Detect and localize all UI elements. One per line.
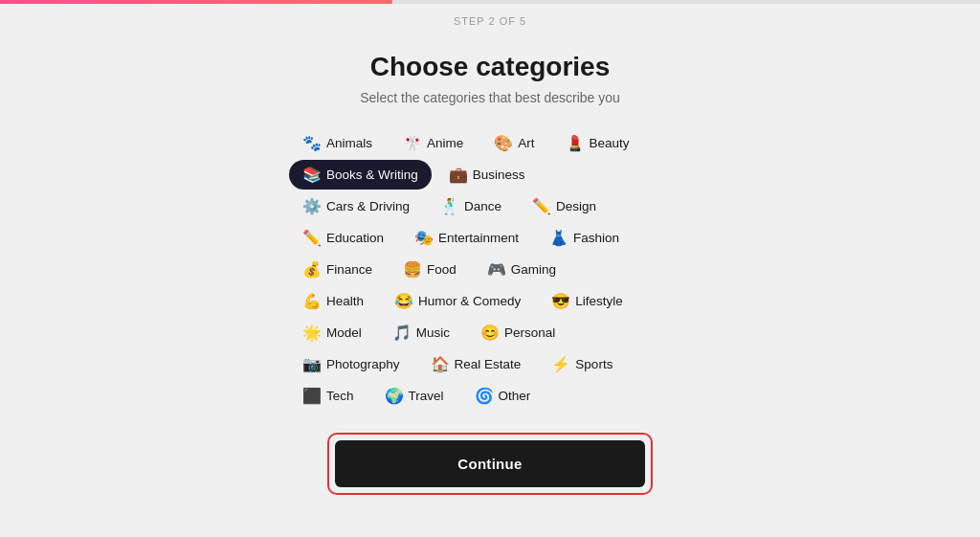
category-label-beauty: Beauty: [590, 136, 630, 150]
category-chip-art[interactable]: 🎨Art: [480, 128, 547, 158]
continue-btn-outline: Continue: [327, 433, 653, 495]
category-chip-entertainment[interactable]: 🎭Entertainment: [401, 223, 532, 253]
category-label-design: Design: [556, 199, 596, 213]
category-label-finance: Finance: [326, 262, 372, 277]
category-row-4: 💰Finance🍔Food🎮Gaming: [289, 255, 569, 284]
category-chip-other[interactable]: 🌀Other: [461, 381, 545, 411]
category-emoji-entertainment: 🎭: [414, 229, 434, 247]
category-chip-design[interactable]: ✏️Design: [519, 191, 610, 221]
category-chip-beauty[interactable]: 💄Beauty: [552, 128, 643, 158]
category-label-food: Food: [427, 262, 457, 277]
category-label-music: Music: [416, 325, 450, 340]
categories-grid: 🐾Animals🎌Anime🎨Art💄Beauty📚Books & Writin…: [289, 128, 691, 413]
category-row-8: ⬛Tech🌍Travel🌀Other: [289, 381, 544, 411]
progress-bar-container: [0, 0, 980, 4]
category-chip-model[interactable]: 🌟Model: [289, 318, 375, 347]
category-emoji-anime: 🎌: [403, 134, 422, 152]
category-emoji-other: 🌀: [475, 387, 494, 405]
category-label-dance: Dance: [464, 199, 501, 213]
category-emoji-books-writing: 📚: [302, 166, 322, 184]
category-label-other: Other: [499, 389, 531, 403]
category-chip-gaming[interactable]: 🎮Gaming: [474, 255, 569, 284]
category-chip-humor-comedy[interactable]: 😂Humor & Comedy: [381, 286, 534, 316]
category-row-7: 📷Photography🏠Real Estate⚡Sports: [289, 349, 626, 379]
category-label-sports: Sports: [575, 357, 612, 371]
category-chip-finance[interactable]: 💰Finance: [289, 255, 386, 284]
category-label-photography: Photography: [326, 357, 400, 371]
main-content: Choose categories Select the categories …: [0, 27, 980, 413]
category-label-anime: Anime: [427, 136, 463, 150]
category-chip-books-writing[interactable]: 📚Books & Writing: [289, 160, 432, 190]
category-emoji-gaming: 🎮: [487, 260, 506, 279]
category-chip-education[interactable]: ✏️Education: [289, 223, 397, 253]
category-label-tech: Tech: [326, 389, 354, 403]
category-chip-tech[interactable]: ⬛Tech: [289, 381, 368, 411]
category-label-art: Art: [518, 136, 534, 150]
category-label-cars-driving: Cars & Driving: [326, 199, 410, 213]
category-emoji-music: 🎵: [392, 324, 412, 342]
step-label: STEP 2 OF 5: [0, 15, 980, 27]
category-chip-lifestyle[interactable]: 😎Lifestyle: [538, 286, 636, 316]
category-emoji-real-estate: 🏠: [431, 355, 450, 373]
category-label-personal: Personal: [504, 325, 555, 340]
category-row-5: 💪Health😂Humor & Comedy😎Lifestyle: [289, 286, 636, 316]
category-chip-dance[interactable]: 🕺Dance: [427, 191, 515, 221]
category-emoji-photography: 📷: [302, 355, 322, 373]
category-emoji-personal: 😊: [480, 324, 500, 342]
category-emoji-animals: 🐾: [302, 134, 322, 152]
category-chip-photography[interactable]: 📷Photography: [289, 349, 413, 379]
category-label-animals: Animals: [326, 136, 372, 150]
category-emoji-travel: 🌍: [385, 387, 404, 405]
category-label-real-estate: Real Estate: [455, 357, 522, 371]
category-label-humor-comedy: Humor & Comedy: [418, 294, 521, 308]
category-emoji-business: 💼: [449, 166, 468, 184]
category-emoji-humor-comedy: 😂: [394, 292, 413, 310]
category-chip-business[interactable]: 💼Business: [435, 160, 539, 190]
page-title: Choose categories: [370, 52, 611, 82]
category-emoji-fashion: 👗: [549, 229, 568, 247]
category-emoji-cars-driving: ⚙️: [302, 197, 322, 215]
category-emoji-art: 🎨: [494, 134, 513, 152]
category-chip-anime[interactable]: 🎌Anime: [390, 128, 477, 158]
category-label-lifestyle: Lifestyle: [575, 294, 623, 308]
category-chip-travel[interactable]: 🌍Travel: [371, 381, 457, 411]
category-label-entertainment: Entertainment: [438, 231, 519, 245]
category-chip-health[interactable]: 💪Health: [289, 286, 377, 316]
category-emoji-model: 🌟: [302, 324, 322, 342]
category-row-6: 🌟Model🎵Music😊Personal: [289, 318, 568, 347]
category-chip-fashion[interactable]: 👗Fashion: [536, 223, 633, 253]
category-emoji-design: ✏️: [532, 197, 551, 215]
category-row-1: 📚Books & Writing💼Business: [289, 160, 539, 190]
category-label-fashion: Fashion: [573, 231, 619, 245]
category-emoji-food: 🍔: [403, 260, 422, 279]
category-emoji-finance: 💰: [302, 260, 322, 279]
category-emoji-education: ✏️: [302, 229, 322, 247]
continue-button[interactable]: Continue: [335, 440, 645, 487]
category-row-2: ⚙️Cars & Driving🕺Dance✏️Design: [289, 191, 610, 221]
category-emoji-lifestyle: 😎: [551, 292, 570, 310]
category-chip-personal[interactable]: 😊Personal: [467, 318, 568, 347]
progress-bar-fill: [0, 0, 392, 4]
category-emoji-health: 💪: [302, 292, 322, 310]
category-label-model: Model: [326, 325, 362, 340]
category-chip-animals[interactable]: 🐾Animals: [289, 128, 386, 158]
category-emoji-dance: 🕺: [440, 197, 459, 215]
category-emoji-tech: ⬛: [302, 387, 322, 405]
category-emoji-beauty: 💄: [566, 134, 585, 152]
category-chip-food[interactable]: 🍔Food: [390, 255, 470, 284]
category-chip-music[interactable]: 🎵Music: [379, 318, 463, 347]
category-emoji-sports: ⚡: [551, 355, 570, 373]
category-label-travel: Travel: [409, 389, 444, 403]
category-chip-sports[interactable]: ⚡Sports: [538, 349, 626, 379]
category-label-education: Education: [326, 231, 384, 245]
category-label-health: Health: [326, 294, 364, 308]
category-chip-real-estate[interactable]: 🏠Real Estate: [417, 349, 535, 379]
category-label-business: Business: [473, 168, 525, 182]
category-label-gaming: Gaming: [511, 262, 556, 277]
continue-wrapper: Continue: [327, 433, 653, 495]
category-row-0: 🐾Animals🎌Anime🎨Art💄Beauty: [289, 128, 643, 158]
page-subtitle: Select the categories that best describe…: [360, 90, 620, 105]
category-label-books-writing: Books & Writing: [326, 168, 418, 182]
category-chip-cars-driving[interactable]: ⚙️Cars & Driving: [289, 191, 423, 221]
category-row-3: ✏️Education🎭Entertainment👗Fashion: [289, 223, 633, 253]
